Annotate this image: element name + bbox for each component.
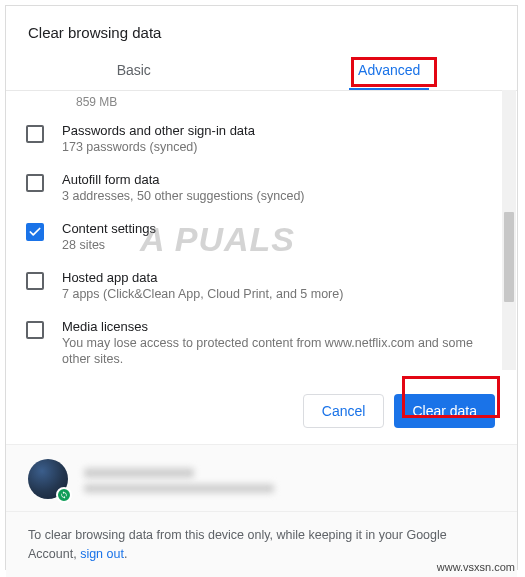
checkbox-content-settings[interactable] bbox=[26, 223, 44, 241]
item-title: Media licenses bbox=[62, 319, 497, 334]
list-item: Passwords and other sign-in data 173 pas… bbox=[6, 115, 517, 164]
profile-name-redacted bbox=[84, 468, 194, 478]
scrollbar-track[interactable] bbox=[502, 90, 516, 370]
sync-icon bbox=[56, 487, 72, 503]
item-subtext: You may lose access to protected content… bbox=[62, 335, 497, 369]
item-subtext: 173 passwords (synced) bbox=[62, 139, 497, 156]
scrollbar-thumb[interactable] bbox=[504, 212, 514, 302]
item-title: Content settings bbox=[62, 221, 497, 236]
list-item: Autofill form data 3 addresses, 50 other… bbox=[6, 164, 517, 213]
tab-advanced[interactable]: Advanced bbox=[262, 49, 518, 90]
clear-data-button[interactable]: Clear data bbox=[394, 394, 495, 428]
profile-info bbox=[84, 468, 274, 493]
list-item: Media licenses You may lose access to pr… bbox=[6, 311, 517, 377]
item-title: Hosted app data bbox=[62, 270, 497, 285]
profile-section bbox=[6, 444, 517, 511]
options-list: 859 MB Passwords and other sign-in data … bbox=[6, 91, 517, 376]
checkbox-hosted-app[interactable] bbox=[26, 272, 44, 290]
item-subtext: 7 apps (Click&Clean App, Cloud Print, an… bbox=[62, 286, 497, 303]
item-subtext: 28 sites bbox=[62, 237, 497, 254]
checkbox-autofill[interactable] bbox=[26, 174, 44, 192]
item-title: Passwords and other sign-in data bbox=[62, 123, 497, 138]
checkbox-passwords[interactable] bbox=[26, 125, 44, 143]
profile-email-redacted bbox=[84, 484, 274, 493]
item-title: Autofill form data bbox=[62, 172, 497, 187]
avatar bbox=[28, 459, 70, 501]
cancel-button[interactable]: Cancel bbox=[303, 394, 385, 428]
checkbox-media-licenses[interactable] bbox=[26, 321, 44, 339]
tab-basic[interactable]: Basic bbox=[6, 49, 262, 90]
dialog-actions: Cancel Clear data bbox=[6, 376, 517, 444]
item-subtext: 3 addresses, 50 other suggestions (synce… bbox=[62, 188, 497, 205]
list-item: Content settings 28 sites bbox=[6, 213, 517, 262]
dialog-title: Clear browsing data bbox=[6, 6, 517, 49]
tab-bar: Basic Advanced bbox=[6, 49, 517, 91]
image-source: www.vsxsn.com bbox=[437, 561, 515, 573]
list-item: Hosted app data 7 apps (Click&Clean App,… bbox=[6, 262, 517, 311]
sign-out-link[interactable]: sign out bbox=[80, 547, 124, 561]
prev-item-subtext: 859 MB bbox=[6, 91, 517, 115]
clear-browsing-data-dialog: Clear browsing data Basic Advanced 859 M… bbox=[5, 5, 518, 570]
